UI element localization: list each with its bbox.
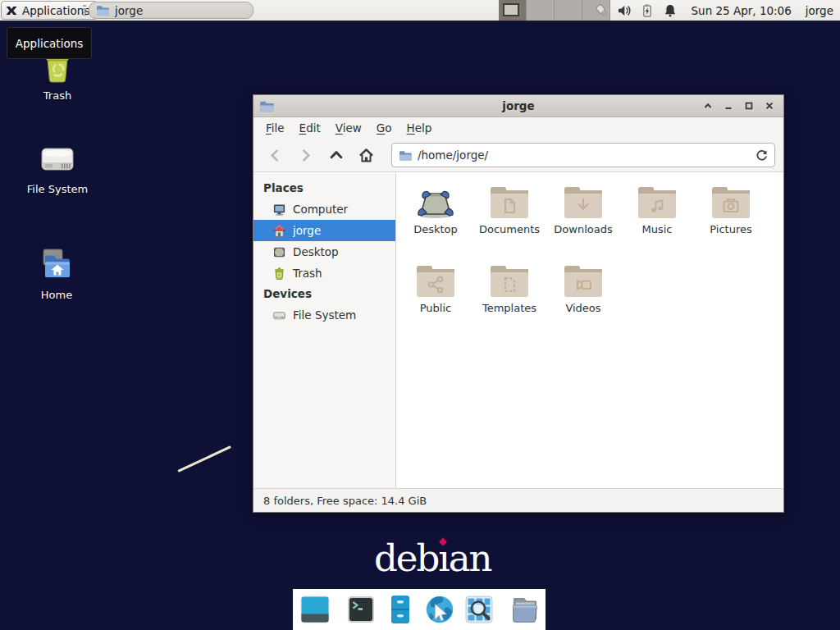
system-tray: Sun 25 Apr, 10:06 jorge [594,0,836,21]
workspace-3[interactable] [555,0,582,21]
sidebar: Places Computer jorge [253,172,396,488]
folder-pictures-icon [710,183,752,221]
wordmark-post: an [449,536,491,580]
top-panel: Applications jorge [0,0,840,21]
menu-help[interactable]: Help [399,117,440,139]
sidebar-item-label: jorge [293,224,321,237]
sidebar-item-label: File System [293,308,356,322]
panel-clock[interactable]: Sun 25 Apr, 10:06 [692,4,792,17]
sidebar-header-devices: Devices [253,284,395,304]
path-folder-icon [399,150,412,161]
wordmark-i: ı [438,536,448,580]
sidebar-item-computer[interactable]: Computer [253,199,395,220]
desktop-icon-label: Home [41,289,72,301]
workspace-1[interactable] [499,0,527,21]
menu-go[interactable]: Go [369,117,399,139]
file-item-downloads[interactable]: Downloads [546,183,620,262]
shade-button[interactable] [702,100,714,112]
folder-videos-icon [562,262,605,299]
file-item-label: Pictures [710,223,751,235]
web-browser-icon[interactable] [423,593,456,626]
close-button[interactable] [764,100,775,112]
terminal-icon[interactable] [345,593,377,626]
folder-icon [96,5,109,16]
file-item-videos[interactable]: Videos [546,262,620,340]
taskbar-window-label: jorge [115,4,143,17]
removable-media-icon[interactable] [594,2,609,18]
workspace-2[interactable] [527,0,555,21]
volume-icon[interactable] [617,2,632,18]
file-item-label: Downloads [554,223,612,235]
wordmark-pre: deb [374,536,438,580]
taskbar-grip[interactable] [83,5,86,16]
back-button[interactable] [262,143,289,167]
toolbar [253,139,783,172]
file-item-label: Documents [479,223,540,235]
desktop-icon [272,245,286,259]
battery-icon[interactable] [640,2,655,18]
dock [293,589,546,630]
folder-documents-icon [488,183,531,221]
folder-dock-icon[interactable] [509,593,541,626]
file-manager-window: jorge File Edit View Go Help [253,94,784,513]
desktop-icon-label: File System [27,183,88,195]
sidebar-item-jorge[interactable]: jorge [253,220,395,241]
folder-public-icon [414,262,457,299]
file-item-label: Public [420,302,451,314]
notifications-bell-icon[interactable] [663,2,678,18]
path-input[interactable] [418,148,750,162]
applications-tooltip: Applications [7,27,92,59]
applications-menu-label: Applications [22,4,89,17]
up-button[interactable] [322,143,349,167]
trash-small-icon [272,267,286,281]
show-desktop-icon[interactable] [299,593,331,626]
sidebar-header-places: Places [253,178,395,199]
file-item-label: Templates [482,302,536,314]
folder-music-icon [636,183,678,221]
sidebar-item-desktop[interactable]: Desktop [253,241,395,262]
home-icon [272,224,286,238]
workspace-window-thumb [503,3,519,16]
minimize-button[interactable] [723,100,734,112]
file-cabinet-icon[interactable] [384,593,417,626]
sidebar-item-file-system[interactable]: File System [253,304,395,326]
file-item-music[interactable]: Music [620,183,694,262]
file-item-templates[interactable]: Templates [472,262,546,340]
desktop-scribble-line [177,445,231,472]
reload-icon[interactable] [756,149,768,162]
file-item-label: Desktop [413,223,458,235]
home-button[interactable] [353,143,380,167]
file-item-pictures[interactable]: Pictures [694,183,768,262]
xfce-logo-icon [5,4,18,17]
desktop-icon-home[interactable]: Home [14,245,99,301]
file-item-documents[interactable]: Documents [472,183,546,262]
applications-tooltip-text: Applications [16,37,83,50]
file-item-desktop[interactable]: Desktop [399,183,472,262]
menu-file[interactable]: File [258,117,292,139]
menu-edit[interactable]: Edit [292,117,328,139]
sidebar-item-label: Trash [293,267,322,280]
sidebar-item-label: Desktop [293,245,339,258]
statusbar-text: 8 folders, Free space: 14.4 GiB [263,495,427,507]
titlebar[interactable]: jorge [253,95,783,117]
location-bar[interactable] [391,143,775,167]
menubar: File Edit View Go Help [253,117,783,139]
folder-templates-icon [488,262,531,299]
folder-downloads-icon [562,183,605,221]
desktop-icon-file-system[interactable]: File System [15,139,100,195]
sidebar-item-trash[interactable]: Trash [253,262,395,284]
home-folder-icon [36,245,77,285]
desktop-icon-label: Trash [43,89,71,102]
maximize-button[interactable] [743,100,755,112]
statusbar: 8 folders, Free space: 14.4 GiB [253,488,783,512]
hard-drive-small-icon [272,308,286,322]
sidebar-item-label: Computer [293,203,348,216]
desktop-workspace-icon [414,183,457,221]
forward-button[interactable] [292,143,319,167]
menu-view[interactable]: View [328,117,369,139]
application-finder-icon[interactable] [463,593,495,626]
taskbar-window-button[interactable]: jorge [89,2,253,19]
debian-wordmark: debıan [374,540,491,577]
file-item-public[interactable]: Public [399,262,472,340]
hard-drive-icon [37,139,78,179]
